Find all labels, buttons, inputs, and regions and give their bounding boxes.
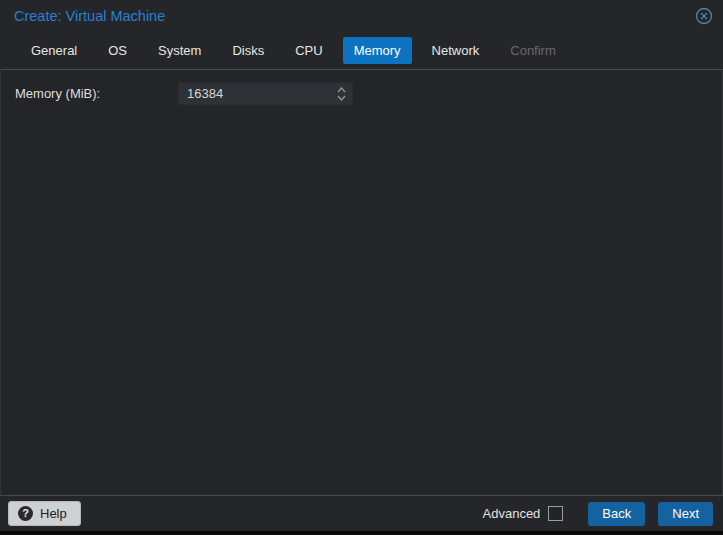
memory-tab-panel: Memory (MiB): [0, 69, 723, 496]
close-icon[interactable] [695, 7, 713, 25]
tab-cpu[interactable]: CPU [284, 37, 333, 64]
tab-confirm: Confirm [499, 37, 567, 64]
spinner-up-icon [337, 87, 346, 93]
dialog-title: Create: Virtual Machine [14, 8, 695, 24]
memory-field-row: Memory (MiB): [15, 82, 708, 105]
tab-network[interactable]: Network [421, 37, 491, 64]
tab-memory[interactable]: Memory [343, 37, 412, 64]
create-vm-dialog: Create: Virtual Machine General OS Syste… [0, 0, 723, 535]
memory-field-label: Memory (MiB): [15, 86, 178, 101]
memory-input[interactable] [179, 86, 330, 101]
spinner-down-icon [337, 95, 346, 101]
next-button[interactable]: Next [658, 502, 713, 526]
tab-system[interactable]: System [147, 37, 212, 64]
tab-general[interactable]: General [20, 37, 88, 64]
memory-spinner-field [178, 82, 353, 105]
tab-os[interactable]: OS [97, 37, 138, 64]
advanced-checkbox[interactable] [548, 506, 563, 521]
back-button[interactable]: Back [588, 502, 645, 526]
window-bottom-edge [0, 531, 723, 535]
help-button-label: Help [40, 506, 67, 521]
dialog-titlebar: Create: Virtual Machine [0, 0, 723, 32]
help-button[interactable]: ? Help [8, 501, 81, 526]
memory-spinner-buttons[interactable] [330, 83, 352, 104]
dialog-footer: ? Help Advanced Back Next [0, 496, 723, 531]
tab-disks[interactable]: Disks [221, 37, 275, 64]
help-icon: ? [18, 506, 33, 521]
wizard-tabbar: General OS System Disks CPU Memory Netwo… [0, 32, 723, 69]
advanced-label: Advanced [483, 506, 541, 521]
footer-actions: Advanced Back Next [483, 502, 713, 526]
